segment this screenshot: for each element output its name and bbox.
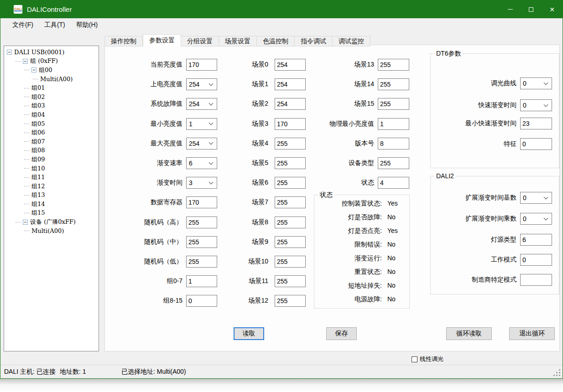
field-input[interactable] [378, 78, 409, 90]
tree-item[interactable]: 组09 [4, 155, 99, 164]
collapse-icon[interactable] [23, 59, 28, 64]
tree-connector [24, 114, 30, 115]
tree-item[interactable]: 组00 [4, 66, 99, 75]
field-combo[interactable]: 6 [186, 157, 217, 169]
tree-item[interactable]: 组14 [4, 200, 99, 209]
field-input[interactable] [275, 138, 306, 150]
tab-5[interactable]: 指令调试 [295, 36, 333, 46]
field-input[interactable] [520, 234, 552, 246]
field-input[interactable] [275, 177, 306, 189]
tree-item[interactable]: 设备 (广播0xFF) [4, 217, 99, 227]
tree-item[interactable]: 组04 [4, 110, 99, 119]
field-combo[interactable]: 1 [186, 118, 217, 130]
field-input[interactable] [378, 157, 409, 169]
field-input[interactable] [520, 138, 552, 150]
field-input[interactable] [275, 295, 306, 307]
field-input[interactable] [275, 217, 306, 228]
field-input[interactable] [275, 256, 306, 268]
field-input[interactable] [275, 236, 306, 248]
field-combo[interactable]: 0 [520, 213, 552, 225]
field-input[interactable] [275, 275, 306, 287]
tree-item[interactable]: 组11 [4, 173, 99, 182]
chevron-down-icon [544, 80, 548, 85]
field-input[interactable] [186, 236, 217, 248]
tree-item[interactable]: 组12 [4, 182, 99, 191]
field-input[interactable] [186, 217, 217, 228]
field-input[interactable] [186, 256, 217, 268]
field-input[interactable] [378, 138, 409, 150]
tree-item[interactable]: 组03 [4, 102, 99, 111]
field-input[interactable] [378, 177, 409, 189]
status-label: 重置状态: [314, 268, 382, 276]
tab-4[interactable]: 色温控制 [257, 36, 295, 46]
field-input[interactable] [378, 59, 409, 71]
field-input[interactable] [275, 98, 306, 110]
field-input[interactable] [275, 59, 306, 71]
tree-item[interactable]: 组13 [4, 191, 99, 200]
status-bar: DALI 主机: 已连接地址数: 1已选择地址: Multi(A00) [0, 365, 563, 378]
field-label: 随机码（低） [119, 258, 182, 266]
field-input[interactable] [275, 78, 306, 90]
close-icon: ✕ [549, 6, 555, 13]
menu-item-1[interactable]: 工具(T) [39, 19, 71, 31]
field-input[interactable] [520, 274, 552, 286]
tab-2[interactable]: 分组设置 [181, 36, 219, 46]
tree-item[interactable]: Multi(A00) [4, 227, 99, 236]
read-button[interactable]: 读取 [234, 327, 264, 340]
tree-connector [24, 150, 30, 151]
field-input[interactable] [275, 196, 306, 208]
field-input[interactable] [275, 157, 306, 169]
field-combo[interactable]: 0 [520, 192, 552, 204]
field-input[interactable] [520, 254, 552, 266]
field-input[interactable] [275, 118, 306, 130]
tab-1[interactable]: 参数设置 [143, 34, 181, 46]
field-input[interactable] [186, 196, 217, 208]
collapse-icon[interactable] [31, 67, 36, 72]
collapse-icon[interactable] [7, 50, 12, 55]
save-button[interactable]: 保存 [326, 327, 357, 340]
tab-0[interactable]: 操作控制 [104, 36, 143, 46]
exit-cycle-button[interactable]: 退出循环 [509, 327, 555, 340]
field-input[interactable] [186, 295, 217, 307]
field-label: 随机码（高） [119, 218, 182, 227]
status-value: No [387, 213, 396, 221]
field-combo[interactable]: 254 [186, 98, 217, 110]
tree-item[interactable]: 组 (0xFF) [4, 57, 99, 66]
linear-dim-checkbox[interactable]: 线性调光 [412, 355, 443, 363]
field-combo[interactable]: 0 [520, 77, 552, 89]
tree-item[interactable]: Multi(A00) [4, 75, 99, 84]
tree-item[interactable]: 组05 [4, 119, 99, 129]
tree-item-label: 组03 [31, 102, 45, 110]
status-label: 灯是否故障: [314, 213, 382, 222]
field-combo[interactable]: 254 [186, 78, 217, 90]
field-combo[interactable]: 254 [186, 138, 217, 150]
tree-item[interactable]: DALI USB(0001) [4, 48, 99, 57]
tree-item[interactable]: 组10 [4, 164, 99, 173]
field-input[interactable] [186, 275, 217, 287]
tab-6[interactable]: 调试监控 [333, 36, 370, 46]
menu-item-2[interactable]: 帮助(H) [71, 19, 103, 31]
cycle-read-button[interactable]: 循环读取 [446, 327, 492, 340]
chevron-down-icon [209, 140, 214, 145]
field-combo[interactable]: 0 [520, 99, 552, 111]
status-row: 重置状态:No [314, 268, 409, 279]
tree-item[interactable]: 组15 [4, 209, 99, 218]
tab-3[interactable]: 场景设置 [219, 36, 257, 46]
tree-item[interactable]: 组01 [4, 83, 99, 93]
tree-item[interactable]: 组08 [4, 146, 99, 155]
minimize-button[interactable] [500, 0, 521, 18]
maximize-button[interactable] [521, 0, 542, 18]
collapse-icon[interactable] [23, 220, 28, 225]
menu-item-0[interactable]: 文件(F) [7, 19, 39, 31]
tree-item[interactable]: 组07 [4, 137, 99, 146]
field-combo[interactable]: 3 [186, 177, 217, 189]
field-input[interactable] [520, 118, 552, 129]
minimize-icon [508, 9, 513, 10]
tree-item[interactable]: 组06 [4, 128, 99, 137]
tree-item[interactable]: 组02 [4, 93, 99, 102]
resize-grip-icon[interactable] [553, 369, 561, 377]
field-input[interactable] [378, 118, 409, 130]
close-button[interactable]: ✕ [542, 0, 563, 18]
field-input[interactable] [378, 98, 409, 110]
field-input[interactable] [186, 59, 217, 71]
